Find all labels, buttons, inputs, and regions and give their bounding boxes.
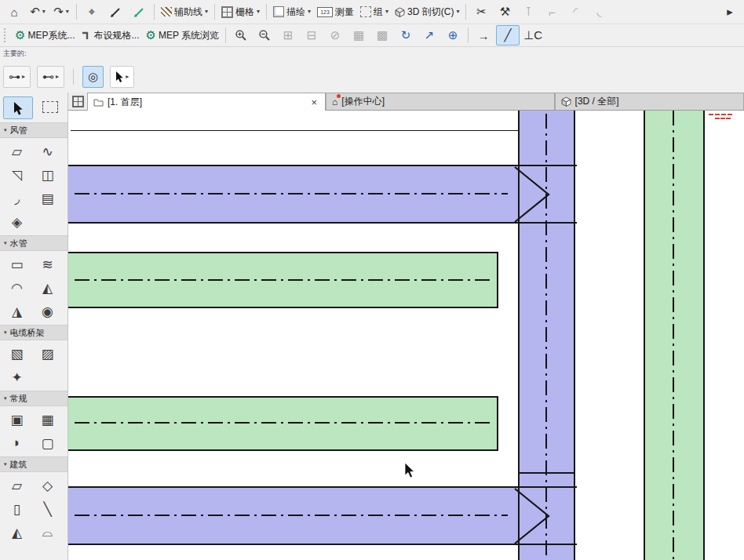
arrow-tool[interactable] [3, 96, 33, 119]
split-button[interactable]: ✂ [470, 2, 492, 21]
separator [465, 4, 466, 20]
duct-tool[interactable]: ▱ [2, 140, 32, 163]
intersect-icon: ⌐ [549, 5, 556, 19]
pipe-junction-tool[interactable]: ◭ [32, 276, 63, 300]
column-tool[interactable]: ▯ [2, 497, 32, 521]
diagonal-line-tool-button[interactable]: ╱ [496, 25, 520, 45]
connection-option-button[interactable]: ⊷ ▸ [37, 66, 64, 88]
fillet-button[interactable]: ◜ [564, 2, 586, 21]
pipe-bend-tool[interactable]: ◠ [2, 276, 32, 300]
pipe-run-vertical[interactable] [644, 111, 705, 560]
group-icon [360, 6, 371, 17]
shell-tool[interactable]: ⌓ [32, 521, 63, 544]
trace-dropdown[interactable]: 描绘 ▾ [271, 2, 313, 21]
add-view-button[interactable]: ⊕ [442, 26, 464, 45]
annotate-button[interactable]: ↗ [418, 26, 440, 45]
flex-duct-tool[interactable]: ∿ [32, 140, 63, 163]
inject-pen-icon [133, 6, 145, 18]
zoom-out-button[interactable] [253, 26, 275, 45]
cable-tray-bend-tool[interactable]: ▨ [32, 342, 63, 365]
duct-bend-tool[interactable]: ◞ [2, 187, 32, 210]
building-section-header[interactable]: ▾建筑 [0, 456, 67, 472]
cube-icon [395, 7, 405, 17]
pipe-run-2[interactable] [68, 396, 497, 451]
floor-plan-canvas[interactable] [68, 111, 744, 560]
terminal-tool[interactable]: ▦ [32, 408, 63, 431]
measure-button[interactable]: 123 测量 [315, 2, 356, 21]
chevron-down-icon: ▾ [42, 9, 46, 15]
pipe-outline [68, 396, 498, 398]
duct-transition-tool[interactable]: ◹ [2, 163, 32, 187]
toolbar-overflow-button[interactable]: ▸ [719, 2, 741, 21]
separator [214, 4, 215, 20]
previous-view-button[interactable]: ⊟ [301, 26, 323, 45]
measure-icon: 123 [317, 7, 333, 17]
undo-button[interactable]: ↶▾ [27, 2, 49, 21]
snap-guides-toggle[interactable]: ◎ [82, 66, 104, 88]
hatch-icon: ▩ [377, 28, 388, 42]
selection-tools [0, 93, 67, 122]
routing-spec-button[interactable]: 布设规格... [78, 26, 141, 45]
intersect-button[interactable]: ⌐ [541, 2, 563, 21]
wall-tool[interactable]: ▱ [2, 474, 32, 497]
duct-section-header[interactable]: ▾风管 [0, 122, 67, 138]
inject-parameters-button[interactable] [128, 2, 150, 21]
equipment-tool[interactable]: ▣ [2, 408, 32, 431]
roof-tool[interactable]: ◭ [2, 521, 32, 544]
cut3d-dropdown[interactable]: 3D 剖切(C) ▾ [392, 2, 461, 21]
cable-tray-junction-tool[interactable]: ✦ [2, 365, 32, 389]
refresh-button[interactable]: ↻ [395, 26, 417, 45]
slab-tool[interactable]: ◇ [32, 474, 63, 497]
duct-equipment-tool[interactable]: ◈ [2, 210, 32, 234]
general-section-header[interactable]: ▾常规 [0, 391, 67, 406]
mep-browser-button[interactable]: ⚙ MEP 系统浏览 [143, 26, 221, 45]
group-dropdown[interactable]: 组 ▾ [358, 2, 391, 21]
marquee-tool[interactable] [36, 96, 64, 118]
grid-dropdown[interactable]: 栅格 ▾ [219, 2, 262, 21]
opening-tool[interactable]: ▢ [32, 431, 63, 455]
cable-tray-tool[interactable]: ▧ [2, 342, 32, 365]
hatch-button[interactable]: ▩ [371, 26, 393, 45]
zoom-in-button[interactable] [230, 26, 252, 45]
tab-floor-plan[interactable]: [1. 首层] × [87, 93, 326, 111]
pickup-parameters-button[interactable] [104, 2, 126, 21]
redo-button[interactable]: ↷▾ [50, 2, 72, 21]
connection-button[interactable]: ⊥C [521, 26, 545, 45]
disable-button[interactable]: ⊘ [324, 26, 346, 45]
fitting-tool[interactable]: ◗ [2, 431, 32, 455]
select-tool-button[interactable]: ▸ [110, 66, 134, 88]
find-select-button[interactable]: ⌖ [81, 2, 103, 21]
adjust-button[interactable]: ⚒ [494, 2, 516, 21]
tab-3d-view[interactable]: [3D / 全部] [555, 93, 744, 110]
pipe-equipment-tool[interactable]: ◉ [32, 300, 63, 323]
chamfer-button[interactable]: ◟ [588, 2, 610, 21]
tab-operation-center[interactable]: ⌂ [操作中心] [326, 93, 555, 110]
pipe-tool[interactable]: ▭ [2, 253, 32, 276]
marquee-icon [42, 101, 58, 113]
guide-lines-dropdown[interactable]: 辅助线 ▾ [159, 2, 210, 21]
duct-riser-tool[interactable]: ▤ [32, 187, 63, 210]
trim-button[interactable]: ⊺ [517, 2, 539, 21]
toolbar-drag-handle[interactable] [4, 28, 9, 42]
close-icon[interactable]: × [308, 96, 319, 108]
cable-tray-section-header[interactable]: ▾电缆桥架 [0, 325, 67, 340]
pipe-outline [644, 111, 645, 560]
separator [76, 4, 77, 20]
route-direction-button[interactable]: → [472, 26, 494, 45]
beam-tool[interactable]: ╲ [32, 497, 63, 521]
duct-junction-tool[interactable]: ◫ [32, 163, 63, 187]
routing-option-button[interactable]: ⊶ ▸ [3, 66, 31, 88]
pipe-transition-tool[interactable]: ◮ [2, 300, 32, 323]
fit-view-button[interactable]: ⊞ [277, 26, 299, 45]
circle-icon: ◎ [88, 70, 98, 84]
pipe-outline [68, 449, 498, 451]
layers-button[interactable]: ▦ [348, 26, 370, 45]
flex-pipe-tool[interactable]: ≋ [32, 253, 63, 276]
mep-system-button[interactable]: ⚙ MEP系统... [13, 26, 77, 45]
pipe-section-header[interactable]: ▾水管 [0, 235, 67, 251]
duct-outline [574, 111, 575, 560]
home-button[interactable]: ⌂ [3, 2, 25, 21]
split-view-button[interactable] [68, 93, 87, 110]
building-tools: ▱◇▯╲◭⌓ [0, 472, 67, 546]
fillet-icon: ◜ [574, 5, 578, 19]
